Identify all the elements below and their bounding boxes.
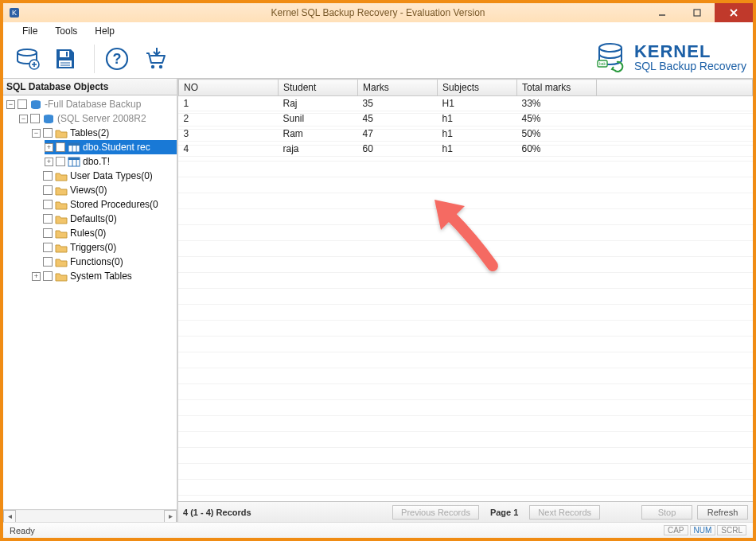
checkbox[interactable]: [43, 171, 53, 181]
cell-marks: 47: [358, 126, 438, 142]
cell-blank: [597, 126, 753, 142]
next-records-button[interactable]: Next Records: [529, 505, 600, 520]
checkbox[interactable]: [43, 185, 53, 195]
cell-no: 3: [179, 126, 279, 142]
tree-system-tables[interactable]: +System Tables: [32, 269, 177, 283]
title-bar: K Kernel SQL Backup Recovery - Evaluatio…: [3, 3, 753, 22]
tree-tables[interactable]: − Tables(2): [32, 126, 177, 140]
window-title: Kernel SQL Backup Recovery - Evaluation …: [3, 7, 753, 18]
tree-user-data-types[interactable]: User Data Types(0): [32, 169, 177, 183]
grid-background: [178, 98, 753, 501]
col-subjects[interactable]: Subjects: [438, 80, 517, 96]
cell-marks: 60: [358, 142, 438, 157]
table-row[interactable]: 3Ram47h150%: [179, 126, 753, 142]
scroll-track[interactable]: [16, 511, 164, 522]
toolbar-save-icon[interactable]: [49, 43, 81, 75]
status-bar: Ready CAP NUM SCRL: [3, 522, 753, 538]
collapse-icon[interactable]: −: [32, 129, 41, 138]
expand-icon[interactable]: +: [45, 158, 53, 166]
records-info: 4 (1 - 4) Records: [183, 508, 251, 517]
collapse-icon[interactable]: −: [19, 115, 28, 123]
checkbox[interactable]: [43, 200, 53, 209]
cell-no: 1: [179, 96, 279, 111]
col-total[interactable]: Total marks: [517, 80, 597, 96]
table-icon: [68, 142, 80, 153]
checkbox[interactable]: [30, 114, 40, 123]
checkbox[interactable]: [56, 142, 65, 152]
col-student[interactable]: Student: [279, 80, 358, 96]
col-blank[interactable]: [597, 80, 753, 96]
cell-subjects: h1: [438, 142, 517, 157]
svg-rect-29: [68, 158, 80, 160]
maximize-button[interactable]: [680, 3, 715, 22]
tree-triggers[interactable]: Triggers(0): [32, 240, 177, 255]
sidebar-header: SQL Database Objects: [3, 79, 177, 95]
brand-name: Kernel: [634, 43, 746, 60]
prev-records-button[interactable]: Previous Records: [392, 505, 479, 520]
cell-student: Sunil: [279, 111, 358, 126]
status-num: NUM: [690, 525, 716, 535]
table-row[interactable]: 4raja60h160%: [179, 142, 753, 157]
folder-icon: [55, 214, 68, 224]
checkbox[interactable]: [43, 257, 53, 267]
tree-stored-procs[interactable]: Stored Procedures(0: [32, 197, 177, 212]
checkbox[interactable]: [18, 99, 27, 109]
cell-total: 50%: [517, 126, 597, 142]
tree-root[interactable]: − -Full Database Backup: [6, 97, 177, 111]
checkbox[interactable]: [56, 157, 65, 166]
cell-total: 60%: [517, 142, 597, 157]
cell-student: raja: [279, 142, 358, 157]
tree-views[interactable]: Views(0): [32, 183, 177, 197]
tree-server[interactable]: − (SQL Server 2008R2: [19, 111, 177, 126]
close-button[interactable]: [715, 3, 753, 22]
toolbar-help-icon[interactable]: ?: [101, 43, 133, 75]
scroll-left-icon[interactable]: ◂: [3, 510, 16, 523]
collapse-icon[interactable]: −: [6, 100, 15, 109]
checkbox[interactable]: [43, 128, 53, 138]
checkbox[interactable]: [43, 214, 53, 224]
grid-header-row: NO Student Marks Subjects Total marks: [179, 80, 753, 96]
tree-label: Stored Procedures(0: [70, 197, 158, 212]
stop-button[interactable]: Stop: [641, 505, 692, 520]
menu-file[interactable]: File: [14, 24, 45, 38]
folder-icon: [55, 171, 68, 181]
col-no[interactable]: NO: [179, 80, 279, 96]
pager-bar: 4 (1 - 4) Records Previous Records Page …: [178, 501, 753, 522]
cell-subjects: h1: [438, 111, 517, 126]
col-marks[interactable]: Marks: [358, 80, 438, 96]
toolbar-open-icon[interactable]: [11, 43, 43, 75]
expand-icon[interactable]: +: [45, 143, 53, 152]
data-grid[interactable]: NO Student Marks Subjects Total marks 1R…: [178, 79, 753, 501]
tree-defaults[interactable]: Defaults(0): [32, 212, 177, 226]
checkbox[interactable]: [43, 243, 53, 252]
checkbox[interactable]: [43, 228, 53, 238]
tree-item-student[interactable]: + dbo.Student rec: [45, 140, 177, 154]
database-icon: [29, 99, 42, 110]
table-row[interactable]: 1Raj35H133%: [179, 96, 753, 111]
svg-point-17: [151, 65, 154, 68]
menu-help[interactable]: Help: [87, 24, 123, 38]
toolbar: ? bak Kernel SQL Backup Recovery: [3, 40, 753, 78]
menu-tools[interactable]: Tools: [47, 24, 85, 38]
table-row[interactable]: 2Sunil45h145%: [179, 111, 753, 126]
tree-functions[interactable]: Functions(0): [32, 255, 177, 269]
cell-subjects: h1: [438, 126, 517, 142]
minimize-button[interactable]: [645, 3, 680, 22]
tree-item-t[interactable]: + dbo.T!: [45, 154, 177, 169]
svg-point-18: [159, 65, 162, 68]
cell-subjects: H1: [438, 96, 517, 111]
svg-rect-12: [59, 60, 72, 67]
cell-marks: 35: [358, 96, 438, 111]
svg-rect-25: [68, 143, 80, 146]
checkbox[interactable]: [43, 271, 53, 281]
toolbar-buy-icon[interactable]: [139, 43, 171, 75]
object-tree[interactable]: − -Full Database Backup −: [3, 95, 177, 509]
scroll-right-icon[interactable]: ▸: [164, 510, 177, 523]
tree-rules[interactable]: Rules(0): [32, 226, 177, 240]
sidebar-scrollbar[interactable]: ◂ ▸: [3, 509, 177, 522]
expand-icon[interactable]: +: [32, 272, 41, 281]
svg-rect-3: [694, 10, 700, 16]
tree-root-label: -Full Database Backup: [45, 97, 141, 111]
refresh-button[interactable]: Refresh: [697, 505, 748, 520]
svg-rect-11: [66, 52, 68, 56]
